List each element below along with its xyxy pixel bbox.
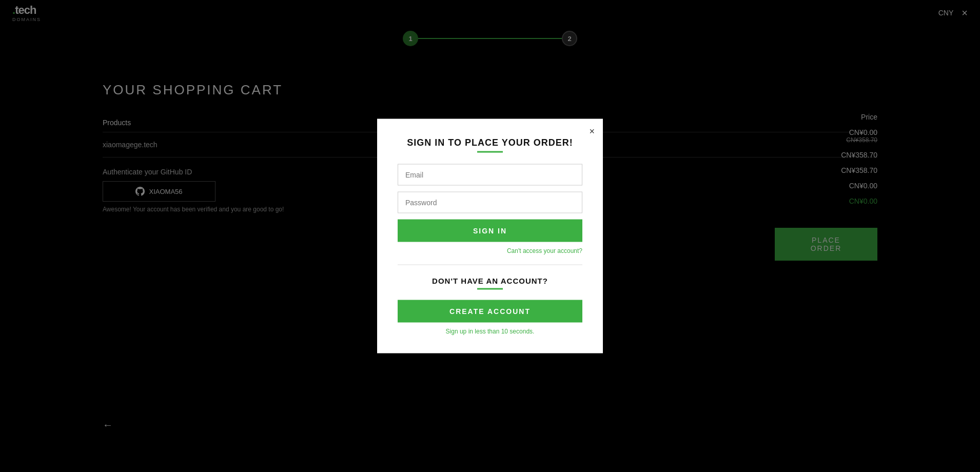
modal-title-underline xyxy=(477,151,503,153)
modal-title: SIGN IN TO PLACE YOUR ORDER! xyxy=(398,137,582,148)
no-account-underline xyxy=(477,288,503,290)
signup-text-highlight: less than 10 seconds xyxy=(475,328,533,335)
sign-in-button[interactable]: SIGN IN xyxy=(398,220,582,242)
sign-in-modal: × SIGN IN TO PLACE YOUR ORDER! SIGN IN C… xyxy=(377,119,603,353)
modal-divider xyxy=(398,265,582,265)
signup-text-before: Sign up in xyxy=(446,328,475,335)
signup-hint: Sign up in less than 10 seconds. xyxy=(398,328,582,335)
password-input[interactable] xyxy=(398,192,582,213)
create-account-button[interactable]: CREATE ACCOUNT xyxy=(398,300,582,323)
forgot-link[interactable]: Can't access your account? xyxy=(398,247,582,254)
email-input[interactable] xyxy=(398,164,582,186)
signup-text-after: . xyxy=(533,328,534,335)
modal-close-button[interactable]: × xyxy=(589,126,595,137)
no-account-title: DON'T HAVE AN ACCOUNT? xyxy=(398,277,582,285)
